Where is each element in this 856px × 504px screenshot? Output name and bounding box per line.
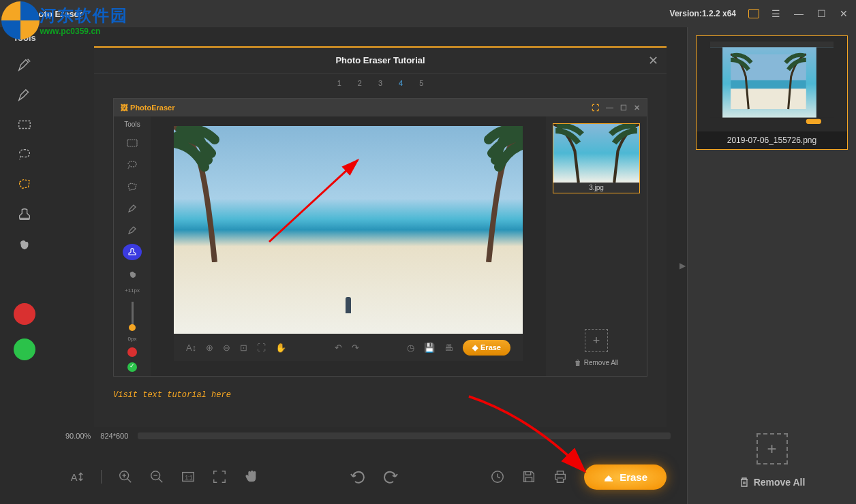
mini-close-icon: ✕ (634, 104, 640, 112)
tutorial-title: Photo Eraser Tutorial (335, 55, 425, 65)
horizontal-scrollbar[interactable] (138, 432, 671, 439)
mini-green-dot: ✓ (127, 362, 137, 372)
thumbnail-filename: 2019-07-06_155726.png (697, 131, 847, 149)
app-title: Photo Eraser (27, 9, 82, 19)
zoom-in-button[interactable] (118, 469, 133, 484)
tutorial-step-1[interactable]: 1 (337, 79, 341, 87)
collapse-panel-button[interactable]: ▶ (679, 261, 686, 270)
tutorial-steps: 1 2 3 4 5 (94, 74, 667, 93)
mask-green-toggle[interactable] (14, 338, 35, 360)
mask-red-toggle[interactable] (14, 303, 35, 325)
mini-text-icon: A↕ (186, 343, 196, 353)
menu-icon[interactable]: ☰ (771, 8, 780, 19)
mini-smudge-icon (123, 266, 142, 282)
mini-tools-label: Tools (124, 121, 140, 128)
titlebar: Photo Eraser Version:1.2.2 x64 ☰ — ☐ ✕ (0, 0, 856, 27)
minimize-button[interactable]: — (794, 8, 804, 19)
mini-px-bot: 0px (128, 336, 137, 342)
fit-screen-button[interactable] (212, 469, 227, 484)
status-bar: 90.00% 824*600 (49, 432, 687, 440)
tutorial-screenshot: 🖼 PhotoEraser ⛶ — ☐ ✕ Tools (113, 98, 647, 377)
mini-thumbnail: 3.jpg (553, 123, 640, 193)
mini-zoomout-icon: ⊖ (223, 343, 230, 353)
tutorial-step-4[interactable]: 4 (399, 79, 403, 87)
mini-slider (132, 302, 134, 328)
mini-stamp-icon (123, 244, 142, 260)
zoom-level: 90.00% (65, 432, 91, 440)
right-panel: ▶ (687, 27, 856, 504)
pen-add-tool[interactable] (10, 52, 40, 77)
add-image-button[interactable]: + (756, 433, 788, 464)
mini-remove-all: 🗑 Remove All (553, 356, 640, 369)
svg-rect-0 (19, 121, 31, 129)
history-button[interactable] (490, 469, 505, 484)
remove-all-button[interactable]: Remove All (739, 477, 806, 488)
tutorial-red-arrow-icon (262, 153, 371, 249)
tutorial-close-button[interactable]: ✕ (648, 53, 658, 68)
left-toolbar: Tools (0, 27, 49, 504)
app-logo-icon (8, 7, 22, 20)
undo-button[interactable] (350, 469, 366, 485)
mini-pen2-icon (123, 222, 142, 238)
mini-min-icon: — (606, 104, 613, 112)
polygon-lasso-tool[interactable] (10, 172, 40, 197)
mini-px-top: +11px (125, 287, 140, 294)
mini-zoomin-icon: ⊕ (206, 343, 213, 353)
pen-tool[interactable] (10, 82, 40, 107)
print-button[interactable] (553, 469, 568, 484)
mini-crop-icon: ⛶ (257, 343, 266, 353)
tutorial-modal: Photo Eraser Tutorial ✕ 1 2 3 4 5 🖼 Phot… (94, 46, 667, 427)
mini-thumb-name: 3.jpg (553, 183, 639, 193)
erase-button-label: Erase (620, 471, 647, 483)
svg-rect-1 (127, 140, 137, 146)
actual-size-button[interactable]: 1:1 (181, 469, 196, 484)
svg-text:1:1: 1:1 (185, 475, 193, 481)
mini-hand-icon: ✋ (275, 343, 286, 353)
tutorial-step-5[interactable]: 5 (419, 79, 423, 87)
svg-rect-11 (816, 47, 834, 120)
trash-icon (739, 477, 750, 488)
stamp-tool[interactable] (10, 202, 40, 227)
tutorial-step-3[interactable]: 3 (378, 79, 382, 87)
maximize-button[interactable]: ☐ (817, 8, 826, 19)
mini-redo-icon: ↷ (352, 343, 359, 353)
close-button[interactable]: ✕ (840, 8, 848, 19)
erase-button[interactable]: Erase (584, 464, 667, 490)
mini-lasso-icon (123, 157, 142, 173)
tools-label: Tools (13, 33, 36, 43)
mini-cart-icon: ⛶ (592, 104, 599, 112)
mini-fit-icon: ⊡ (240, 343, 247, 353)
mini-pen-icon (123, 200, 142, 217)
visit-tutorial-link[interactable]: Visit text tutorial here (94, 382, 667, 400)
pan-button[interactable] (243, 469, 258, 484)
svg-rect-13 (731, 80, 806, 89)
svg-line-2 (269, 160, 358, 242)
mini-marquee-icon (123, 135, 142, 151)
version-label: Version:1.2.2 x64 (670, 9, 736, 18)
svg-rect-10 (710, 47, 722, 120)
text-size-button[interactable]: A (70, 469, 85, 484)
mini-print-icon: 🖶 (444, 343, 453, 353)
tutorial-step-2[interactable]: 2 (358, 79, 362, 87)
remove-all-label: Remove All (754, 477, 806, 488)
cart-icon[interactable] (748, 9, 759, 18)
mini-undo-icon: ↶ (335, 343, 342, 353)
lasso-tool[interactable] (10, 142, 40, 167)
mini-add-button: + (585, 329, 608, 352)
redo-button[interactable] (382, 469, 399, 485)
thumbnail-preview (710, 42, 834, 126)
smudge-tool[interactable] (10, 232, 40, 257)
mini-history-icon: ◷ (407, 343, 414, 353)
save-button[interactable] (521, 469, 536, 484)
image-dims: 824*600 (100, 432, 128, 440)
svg-text:A: A (71, 472, 78, 483)
zoom-out-button[interactable] (149, 469, 164, 484)
marquee-tool[interactable] (10, 112, 40, 137)
mini-poly-icon (123, 178, 142, 195)
thumbnail-item[interactable]: 2019-07-06_155726.png (696, 35, 848, 150)
svg-rect-16 (806, 119, 821, 124)
mini-max-icon: ☐ (620, 104, 627, 112)
mini-erase-button: ◆ Erase (463, 340, 510, 356)
svg-rect-9 (710, 42, 834, 47)
eraser-icon (603, 471, 614, 482)
